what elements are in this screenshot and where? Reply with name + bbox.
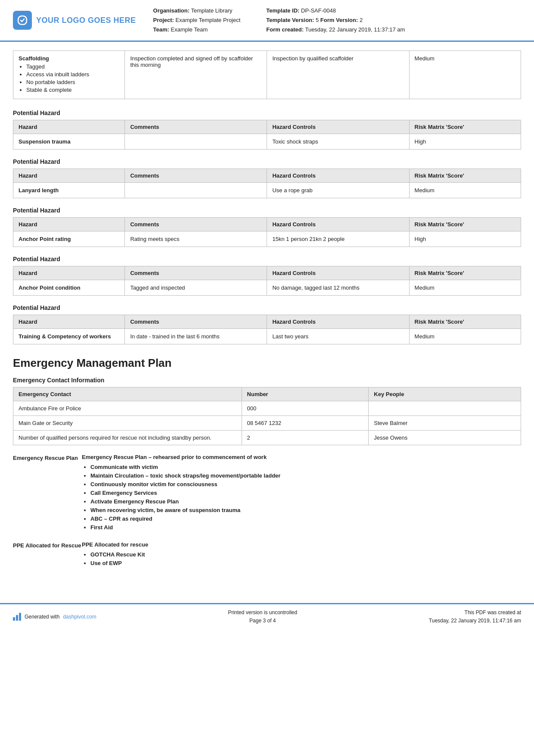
generated-text: Generated with xyxy=(25,614,59,620)
hazard-section-title: Potential Hazard xyxy=(13,109,521,116)
table-row: Suspension traumaToxic shock strapsHigh xyxy=(13,134,521,150)
scaffold-col4: Medium xyxy=(409,51,521,99)
hazard-comment xyxy=(125,134,267,150)
rescue-plan-list: Communicate with victimMaintain Circulat… xyxy=(82,464,521,531)
footer-left: Generated with dashpivot.com xyxy=(13,613,96,621)
ppe-title: PPE Allocated for rescue xyxy=(82,541,521,548)
page-header: YOUR LOGO GOES HERE Organisation: Templa… xyxy=(0,0,534,42)
header-meta-left: Organisation: Template Library Project: … xyxy=(153,6,241,34)
hazard-table: HazardCommentsHazard ControlsRisk Matrix… xyxy=(13,315,521,344)
hazard-col-header: Hazard Controls xyxy=(267,218,409,231)
logo-icon xyxy=(13,11,32,30)
rescue-plan-row: Emergency Rescue Plan Emergency Rescue P… xyxy=(13,454,521,533)
hazard-col-header: Risk Matrix 'Score' xyxy=(409,315,521,329)
hazard-col-header: Risk Matrix 'Score' xyxy=(409,218,521,231)
hazard-score: Medium xyxy=(409,329,521,344)
page-footer: Generated with dashpivot.com Printed ver… xyxy=(0,603,534,629)
hazard-col-header: Hazard xyxy=(13,266,125,280)
hazard-controls: No damage, tagged last 12 months xyxy=(267,280,409,296)
list-item: Use of EWP xyxy=(90,560,521,566)
table-row: Lanyard lengthUse a rope grabMedium xyxy=(13,183,521,198)
hazard-col-header: Hazard Controls xyxy=(267,120,409,134)
hazard-controls: 15kn 1 person 21kn 2 people xyxy=(267,231,409,247)
contact-table: Emergency Contact Number Key People Ambu… xyxy=(13,387,521,445)
rescue-plan-title: Emergency Rescue Plan – rehearsed prior … xyxy=(82,454,521,460)
hazard-col-header: Hazard xyxy=(13,120,125,134)
scaffold-label: Scaffolding Tagged Access via inbuilt la… xyxy=(13,51,125,99)
scaffold-item: Tagged xyxy=(26,63,119,70)
emergency-main-title: Emergency Managemant Plan xyxy=(13,356,521,370)
keypeople-col-header: Key People xyxy=(369,387,521,401)
hazard-col-header: Hazard xyxy=(13,315,125,329)
hazard-section-title: Potential Hazard xyxy=(13,256,521,262)
logo-area: YOUR LOGO GOES HERE xyxy=(13,11,136,30)
scaffold-item: Stable & complete xyxy=(26,87,119,93)
footer-center-line1: Printed version is uncontrolled xyxy=(228,609,297,617)
rescue-plan-content: Emergency Rescue Plan – rehearsed prior … xyxy=(82,454,521,533)
list-item: ABC – CPR as required xyxy=(90,515,521,522)
footer-right-line2: Tuesday, 22 January 2019, 11:47:16 am xyxy=(429,617,521,625)
number-col-header: Number xyxy=(242,387,369,401)
hazard-col-header: Risk Matrix 'Score' xyxy=(409,120,521,134)
footer-right-line1: This PDF was created at xyxy=(429,609,521,617)
scaffold-item: Access via inbuilt ladders xyxy=(26,71,119,78)
table-row: Ambulance Fire or Police000 xyxy=(13,401,521,416)
dashpivot-icon xyxy=(13,613,21,621)
hazard-sections: Potential HazardHazardCommentsHazard Con… xyxy=(13,109,521,344)
scaffold-col3: Inspection by qualified scaffolder xyxy=(267,51,409,99)
key_people-cell xyxy=(369,401,521,416)
scaffold-items: Tagged Access via inbuilt ladders No por… xyxy=(19,63,119,93)
list-item: Maintain Circulation – toxic shock strap… xyxy=(90,472,521,479)
table-row: Anchor Point conditionTagged and inspect… xyxy=(13,280,521,296)
table-row: Anchor Point ratingRating meets specs15k… xyxy=(13,231,521,247)
number-cell: 2 xyxy=(242,431,369,445)
dashpivot-link[interactable]: dashpivot.com xyxy=(63,614,96,620)
contact-cell: Main Gate or Security xyxy=(13,416,242,431)
hazard-comment: Tagged and inspected xyxy=(125,280,267,296)
rescue-plan-label: Emergency Rescue Plan xyxy=(13,454,82,533)
hazard-col-header: Hazard xyxy=(13,218,125,231)
hazard-comment: Rating meets specs xyxy=(125,231,267,247)
scaffolding-table: Scaffolding Tagged Access via inbuilt la… xyxy=(13,50,521,99)
hazard-col-header: Comments xyxy=(125,218,267,231)
hazard-score: High xyxy=(409,134,521,150)
key_people-cell: Steve Balmer xyxy=(369,416,521,431)
team-line: Team: Example Team xyxy=(153,25,241,34)
list-item: GOTCHA Rescue Kit xyxy=(90,551,521,558)
footer-center-line2: Page 3 of 4 xyxy=(228,617,297,625)
logo-text: YOUR LOGO GOES HERE xyxy=(36,16,136,25)
project-line: Project: Example Template Project xyxy=(153,16,241,25)
number-cell: 000 xyxy=(242,401,369,416)
template-version-line: Template Version: 5 Form Version: 2 xyxy=(266,16,405,25)
hazard-controls: Toxic shock straps xyxy=(267,134,409,150)
hazard-score: Medium xyxy=(409,183,521,198)
contact-cell: Number of qualified persons required for… xyxy=(13,431,242,445)
hazard-col-header: Hazard Controls xyxy=(267,266,409,280)
ppe-row: PPE Allocated for Rescue PPE Allocated f… xyxy=(13,541,521,569)
table-row: Main Gate or Security08 5467 1232Steve B… xyxy=(13,416,521,431)
hazard-table: HazardCommentsHazard ControlsRisk Matrix… xyxy=(13,266,521,296)
list-item: First Aid xyxy=(90,524,521,531)
list-item: Communicate with victim xyxy=(90,464,521,470)
hazard-col-header: Comments xyxy=(125,315,267,329)
hazard-section-title: Potential Hazard xyxy=(13,158,521,165)
hazard-col-header: Hazard xyxy=(13,169,125,183)
hazard-table: HazardCommentsHazard ControlsRisk Matrix… xyxy=(13,217,521,247)
hazard-col-header: Hazard Controls xyxy=(267,315,409,329)
hazard-col-header: Comments xyxy=(125,120,267,134)
hazard-comment: In date - trained in the last 6 months xyxy=(125,329,267,344)
hazard-col-header: Comments xyxy=(125,169,267,183)
hazard-table: HazardCommentsHazard ControlsRisk Matrix… xyxy=(13,120,521,150)
scaffold-item: No portable ladders xyxy=(26,79,119,85)
contact-table-body: Ambulance Fire or Police000Main Gate or … xyxy=(13,401,521,445)
hazard-name: Anchor Point condition xyxy=(13,280,125,296)
hazard-name: Suspension trauma xyxy=(13,134,125,150)
hazard-section-title: Potential Hazard xyxy=(13,304,521,311)
form-created-line: Form created: Tuesday, 22 January 2019, … xyxy=(266,25,405,34)
footer-right: This PDF was created at Tuesday, 22 Janu… xyxy=(429,609,521,625)
hazard-col-header: Hazard Controls xyxy=(267,169,409,183)
emergency-contact-title: Emergency Contact Information xyxy=(13,377,521,384)
table-row: Training & Competency of workersIn date … xyxy=(13,329,521,344)
list-item: Activate Emergency Rescue Plan xyxy=(90,498,521,505)
hazard-controls: Last two years xyxy=(267,329,409,344)
